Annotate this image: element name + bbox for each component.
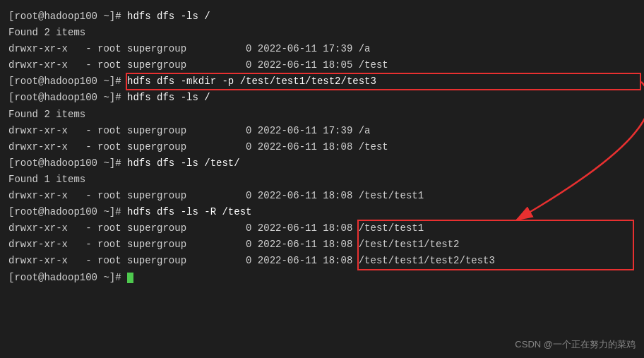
watermark: CSDN @一个正在努力的菜鸡: [515, 338, 636, 351]
terminal-line: drwxr-xr-x - root supergroup 0 2022-06-1…: [8, 41, 636, 57]
terminal-line: drwxr-xr-x - root supergroup 0 2022-06-1…: [8, 123, 636, 139]
terminal-line: drwxr-xr-x - root supergroup 0 2022-06-1…: [8, 139, 636, 155]
terminal-line: [root@hadoop100 ~]# hdfs dfs -ls /: [8, 8, 636, 25]
terminal-line: Found 2 items: [8, 25, 636, 41]
terminal-line: [root@hadoop100 ~]# hdfs dfs -ls -R /tes…: [8, 204, 636, 220]
terminal-line: [root@hadoop100 ~]# hdfs dfs -ls /test/: [8, 155, 636, 172]
terminal-line: Found 2 items: [8, 107, 636, 123]
terminal-line: drwxr-xr-x - root supergroup 0 2022-06-1…: [8, 220, 636, 237]
terminal: [root@hadoop100 ~]# hdfs dfs -ls /Found …: [0, 0, 644, 358]
terminal-line: drwxr-xr-x - root supergroup 0 2022-06-1…: [8, 237, 636, 253]
terminal-line: [root@hadoop100 ~]#: [8, 270, 636, 286]
terminal-line: [root@hadoop100 ~]# hdfs dfs -ls /: [8, 90, 636, 106]
terminal-line: Found 1 items: [8, 172, 636, 188]
terminal-line: drwxr-xr-x - root supergroup 0 2022-06-1…: [8, 253, 636, 269]
terminal-line: drwxr-xr-x - root supergroup 0 2022-06-1…: [8, 57, 636, 73]
terminal-line: [root@hadoop100 ~]# hdfs dfs -mkdir -p /…: [8, 73, 636, 90]
terminal-line: drwxr-xr-x - root supergroup 0 2022-06-1…: [8, 188, 636, 204]
